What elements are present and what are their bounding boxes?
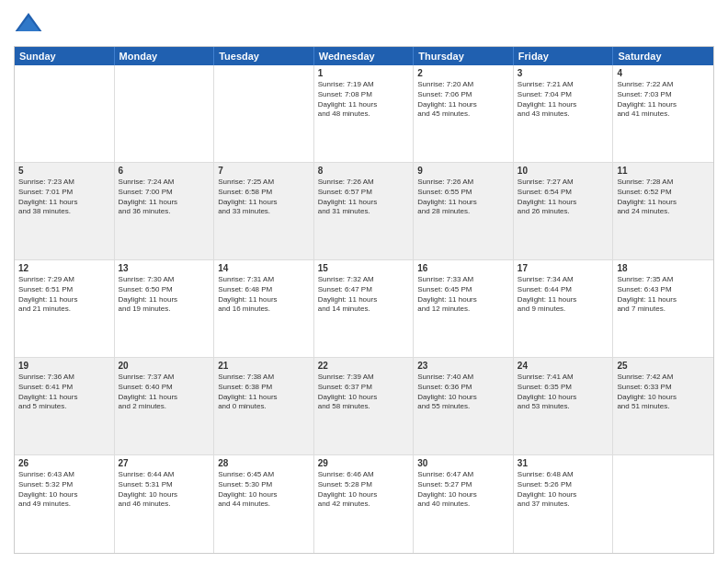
day-number: 16 <box>417 263 509 273</box>
day-info: Sunrise: 7:27 AM Sunset: 6:54 PM Dayligh… <box>518 178 609 217</box>
calendar-cell-r2-c3: 15Sunrise: 7:32 AM Sunset: 6:47 PM Dayli… <box>314 260 415 357</box>
day-info: Sunrise: 7:26 AM Sunset: 6:55 PM Dayligh… <box>417 178 509 217</box>
day-number: 30 <box>417 458 509 468</box>
day-info: Sunrise: 7:41 AM Sunset: 6:35 PM Dayligh… <box>518 373 609 412</box>
day-number: 31 <box>518 458 609 468</box>
weekday-header-friday: Friday <box>514 47 614 65</box>
day-info: Sunrise: 6:44 AM Sunset: 5:31 PM Dayligh… <box>119 470 210 510</box>
calendar-cell-r3-c1: 20Sunrise: 7:37 AM Sunset: 6:40 PM Dayli… <box>115 358 215 454</box>
day-info: Sunrise: 7:26 AM Sunset: 6:57 PM Dayligh… <box>318 178 410 217</box>
calendar-row-0: 1Sunrise: 7:19 AM Sunset: 7:08 PM Daylig… <box>15 65 713 163</box>
calendar-cell-r0-c1 <box>115 65 215 162</box>
calendar-cell-r2-c2: 14Sunrise: 7:31 AM Sunset: 6:48 PM Dayli… <box>214 260 314 357</box>
day-info: Sunrise: 7:25 AM Sunset: 6:58 PM Dayligh… <box>218 178 310 217</box>
calendar-cell-r0-c2 <box>214 65 314 162</box>
day-info: Sunrise: 7:28 AM Sunset: 6:52 PM Dayligh… <box>617 178 710 217</box>
calendar-cell-r1-c4: 9Sunrise: 7:26 AM Sunset: 6:55 PM Daylig… <box>414 163 514 259</box>
calendar-cell-r4-c3: 29Sunrise: 6:46 AM Sunset: 5:28 PM Dayli… <box>314 455 415 553</box>
calendar-row-3: 19Sunrise: 7:36 AM Sunset: 6:41 PM Dayli… <box>15 358 713 455</box>
day-info: Sunrise: 7:34 AM Sunset: 6:44 PM Dayligh… <box>518 275 609 315</box>
day-number: 3 <box>518 68 609 78</box>
day-info: Sunrise: 7:33 AM Sunset: 6:45 PM Dayligh… <box>417 275 509 315</box>
weekday-header-wednesday: Wednesday <box>314 47 415 65</box>
day-number: 13 <box>119 263 210 273</box>
day-number: 21 <box>218 361 310 371</box>
day-number: 11 <box>617 166 710 176</box>
day-number: 26 <box>18 458 110 468</box>
day-info: Sunrise: 7:23 AM Sunset: 7:01 PM Dayligh… <box>18 178 110 217</box>
calendar-cell-r0-c5: 3Sunrise: 7:21 AM Sunset: 7:04 PM Daylig… <box>514 65 614 162</box>
calendar-cell-r3-c3: 22Sunrise: 7:39 AM Sunset: 6:37 PM Dayli… <box>314 358 415 454</box>
calendar-cell-r3-c0: 19Sunrise: 7:36 AM Sunset: 6:41 PM Dayli… <box>15 358 115 454</box>
calendar-cell-r4-c1: 27Sunrise: 6:44 AM Sunset: 5:31 PM Dayli… <box>115 455 215 553</box>
logo-icon <box>14 9 43 39</box>
calendar-cell-r1-c5: 10Sunrise: 7:27 AM Sunset: 6:54 PM Dayli… <box>514 163 614 259</box>
calendar-cell-r1-c3: 8Sunrise: 7:26 AM Sunset: 6:57 PM Daylig… <box>314 163 415 259</box>
day-info: Sunrise: 7:39 AM Sunset: 6:37 PM Dayligh… <box>318 373 410 412</box>
day-number: 22 <box>318 361 410 371</box>
day-number: 28 <box>218 458 310 468</box>
calendar-cell-r1-c6: 11Sunrise: 7:28 AM Sunset: 6:52 PM Dayli… <box>613 163 713 259</box>
calendar: SundayMondayTuesdayWednesdayThursdayFrid… <box>14 46 714 554</box>
calendar-cell-r4-c0: 26Sunrise: 6:43 AM Sunset: 5:32 PM Dayli… <box>15 455 115 553</box>
calendar-cell-r0-c6: 4Sunrise: 7:22 AM Sunset: 7:03 PM Daylig… <box>613 65 713 162</box>
calendar-cell-r2-c6: 18Sunrise: 7:35 AM Sunset: 6:43 PM Dayli… <box>613 260 713 357</box>
calendar-cell-r4-c5: 31Sunrise: 6:48 AM Sunset: 5:26 PM Dayli… <box>514 455 614 553</box>
calendar-cell-r3-c6: 25Sunrise: 7:42 AM Sunset: 6:33 PM Dayli… <box>613 358 713 454</box>
weekday-header-monday: Monday <box>115 47 215 65</box>
day-info: Sunrise: 6:47 AM Sunset: 5:27 PM Dayligh… <box>417 470 509 510</box>
calendar-cell-r2-c5: 17Sunrise: 7:34 AM Sunset: 6:44 PM Dayli… <box>514 260 614 357</box>
day-info: Sunrise: 6:43 AM Sunset: 5:32 PM Dayligh… <box>18 470 110 510</box>
day-number: 15 <box>318 263 410 273</box>
calendar-cell-r4-c2: 28Sunrise: 6:45 AM Sunset: 5:30 PM Dayli… <box>214 455 314 553</box>
header <box>14 9 714 39</box>
day-number: 8 <box>318 166 410 176</box>
day-info: Sunrise: 7:19 AM Sunset: 7:08 PM Dayligh… <box>318 80 410 120</box>
day-number: 23 <box>417 361 509 371</box>
calendar-cell-r1-c0: 5Sunrise: 7:23 AM Sunset: 7:01 PM Daylig… <box>15 163 115 259</box>
day-number: 1 <box>318 68 410 78</box>
calendar-body: 1Sunrise: 7:19 AM Sunset: 7:08 PM Daylig… <box>15 65 713 553</box>
calendar-row-4: 26Sunrise: 6:43 AM Sunset: 5:32 PM Dayli… <box>15 455 713 553</box>
day-info: Sunrise: 7:40 AM Sunset: 6:36 PM Dayligh… <box>417 373 509 412</box>
calendar-cell-r1-c2: 7Sunrise: 7:25 AM Sunset: 6:58 PM Daylig… <box>214 163 314 259</box>
day-number: 5 <box>18 166 110 176</box>
day-number: 20 <box>119 361 210 371</box>
calendar-cell-r3-c4: 23Sunrise: 7:40 AM Sunset: 6:36 PM Dayli… <box>414 358 514 454</box>
logo <box>14 9 47 39</box>
day-info: Sunrise: 7:24 AM Sunset: 7:00 PM Dayligh… <box>119 178 210 217</box>
calendar-cell-r4-c4: 30Sunrise: 6:47 AM Sunset: 5:27 PM Dayli… <box>414 455 514 553</box>
day-info: Sunrise: 7:21 AM Sunset: 7:04 PM Dayligh… <box>518 80 609 120</box>
day-number: 17 <box>518 263 609 273</box>
day-number: 12 <box>18 263 110 273</box>
day-info: Sunrise: 7:20 AM Sunset: 7:06 PM Dayligh… <box>417 80 509 120</box>
day-info: Sunrise: 7:31 AM Sunset: 6:48 PM Dayligh… <box>218 275 310 315</box>
day-number: 14 <box>218 263 310 273</box>
day-info: Sunrise: 6:48 AM Sunset: 5:26 PM Dayligh… <box>518 470 609 510</box>
weekday-header-saturday: Saturday <box>613 47 713 65</box>
day-info: Sunrise: 6:46 AM Sunset: 5:28 PM Dayligh… <box>318 470 410 510</box>
day-info: Sunrise: 6:45 AM Sunset: 5:30 PM Dayligh… <box>218 470 310 510</box>
weekday-header-thursday: Thursday <box>414 47 514 65</box>
day-number: 19 <box>18 361 110 371</box>
day-number: 24 <box>518 361 609 371</box>
day-info: Sunrise: 7:42 AM Sunset: 6:33 PM Dayligh… <box>617 373 710 412</box>
day-info: Sunrise: 7:38 AM Sunset: 6:38 PM Dayligh… <box>218 373 310 412</box>
day-info: Sunrise: 7:37 AM Sunset: 6:40 PM Dayligh… <box>119 373 210 412</box>
day-number: 4 <box>617 68 710 78</box>
day-info: Sunrise: 7:32 AM Sunset: 6:47 PM Dayligh… <box>318 275 410 315</box>
calendar-cell-r2-c4: 16Sunrise: 7:33 AM Sunset: 6:45 PM Dayli… <box>414 260 514 357</box>
day-number: 6 <box>119 166 210 176</box>
calendar-cell-r3-c5: 24Sunrise: 7:41 AM Sunset: 6:35 PM Dayli… <box>514 358 614 454</box>
day-info: Sunrise: 7:29 AM Sunset: 6:51 PM Dayligh… <box>18 275 110 315</box>
calendar-cell-r4-c6 <box>613 455 713 553</box>
day-number: 27 <box>119 458 210 468</box>
calendar-cell-r3-c2: 21Sunrise: 7:38 AM Sunset: 6:38 PM Dayli… <box>214 358 314 454</box>
day-number: 10 <box>518 166 609 176</box>
calendar-cell-r1-c1: 6Sunrise: 7:24 AM Sunset: 7:00 PM Daylig… <box>115 163 215 259</box>
day-number: 7 <box>218 166 310 176</box>
calendar-header: SundayMondayTuesdayWednesdayThursdayFrid… <box>15 47 713 65</box>
calendar-cell-r0-c0 <box>15 65 115 162</box>
calendar-cell-r2-c1: 13Sunrise: 7:30 AM Sunset: 6:50 PM Dayli… <box>115 260 215 357</box>
calendar-cell-r0-c4: 2Sunrise: 7:20 AM Sunset: 7:06 PM Daylig… <box>414 65 514 162</box>
